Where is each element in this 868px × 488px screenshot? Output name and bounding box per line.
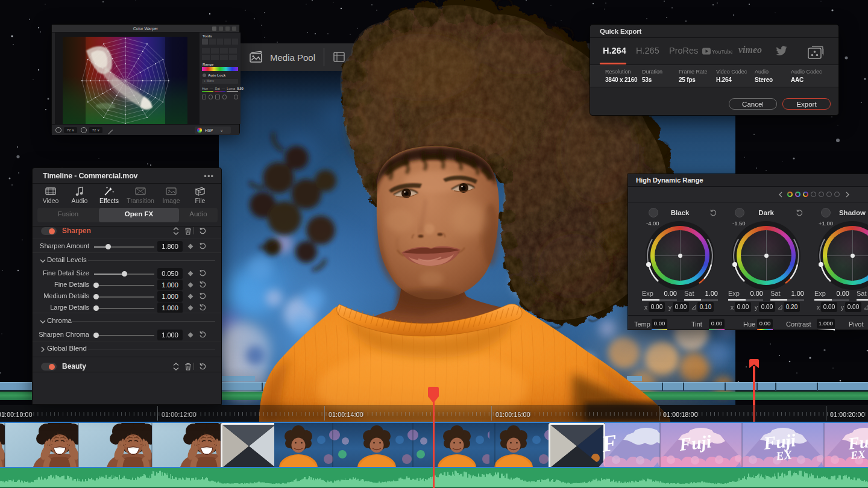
svg-text:Fuji: Fuji — [678, 431, 712, 455]
svg-text:vimeo: vimeo — [738, 46, 762, 55]
svg-text:YouTube: YouTube — [712, 49, 732, 55]
svg-text:EX: EX — [849, 448, 866, 461]
svg-text:EX: EX — [775, 448, 793, 463]
